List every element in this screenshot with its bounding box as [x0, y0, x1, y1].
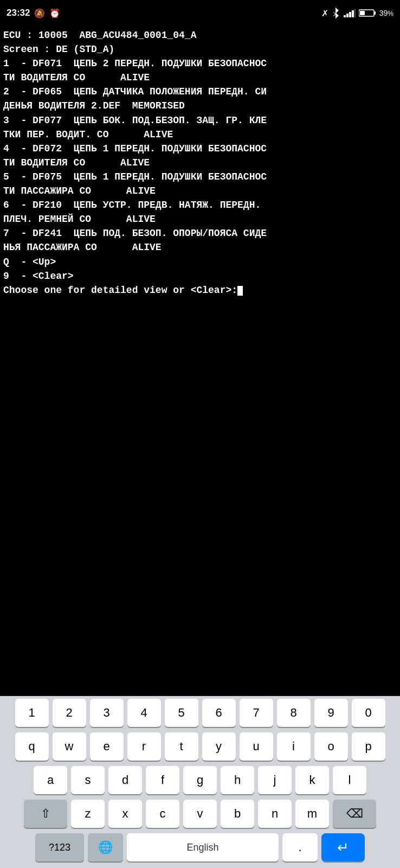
key-j[interactable]: j: [258, 766, 292, 794]
globe-key[interactable]: 🌐: [88, 833, 123, 861]
svg-rect-0: [344, 15, 346, 17]
key-p[interactable]: p: [352, 732, 385, 761]
key-v[interactable]: v: [183, 800, 217, 828]
key-h[interactable]: h: [221, 766, 254, 794]
status-bar: 23:32 🔕 ⏰ ✗ 39%: [0, 0, 400, 26]
backspace-key[interactable]: ⌫: [333, 800, 376, 828]
time-display: 23:32: [7, 8, 30, 18]
terminal-line-14: 7 - DF241 ЦЕПЬ ПОД. БЕЗОП. ОПОРЫ/ПОЯСА С…: [3, 226, 397, 240]
terminal-line-8: 4 - DF072 ЦЕПЬ 1 ПЕРЕДН. ПОДУШКИ БЕЗОПАС…: [3, 142, 397, 156]
battery-icon: [359, 9, 376, 17]
numbers-toggle-key[interactable]: ?123: [35, 833, 84, 861]
key-o[interactable]: o: [314, 732, 348, 761]
mute-icon: 🔕: [34, 8, 45, 18]
key-1[interactable]: 1: [15, 699, 49, 727]
keyboard-row-bottom: ?123 🌐 English . ↵: [0, 831, 400, 868]
svg-rect-4: [354, 9, 356, 17]
svg-rect-7: [360, 11, 365, 15]
keyboard-row-asdf: a s d f g h j k l: [0, 763, 400, 797]
key-g[interactable]: g: [183, 766, 217, 794]
key-8[interactable]: 8: [277, 699, 311, 727]
terminal-line-3: ТИ ВОДИТЕЛЯ СО ALIVE: [3, 71, 397, 85]
shift-key[interactable]: ⇧: [24, 800, 67, 828]
terminal-line-17: 9 - <Clear>: [3, 269, 397, 283]
bluetooth-icon: [332, 8, 339, 18]
key-d[interactable]: d: [108, 766, 142, 794]
key-f[interactable]: f: [146, 766, 179, 794]
key-i[interactable]: i: [277, 732, 311, 761]
key-m[interactable]: m: [295, 800, 329, 828]
key-x[interactable]: x: [108, 800, 142, 828]
terminal-line-7: ТКИ ПЕР. ВОДИТ. СО ALIVE: [3, 127, 397, 142]
key-y[interactable]: y: [202, 732, 236, 761]
svg-rect-3: [352, 10, 354, 17]
key-u[interactable]: u: [240, 732, 273, 761]
terminal-line-6: 3 - DF077 ЦЕПЬ БОК. ПОД.БЕЗОП. ЗАЩ. ГР. …: [3, 113, 397, 127]
key-5[interactable]: 5: [165, 699, 198, 727]
enter-key[interactable]: ↵: [321, 833, 365, 861]
key-l[interactable]: l: [333, 766, 366, 794]
svg-rect-6: [374, 11, 376, 15]
terminal-line-13: ПЛЕЧ. РЕМНЕЙ СО ALIVE: [3, 212, 397, 226]
key-7[interactable]: 7: [240, 699, 273, 727]
key-k[interactable]: k: [295, 766, 329, 794]
keyboard: 1 2 3 4 5 6 7 8 9 0 q w e r t y u i o p …: [0, 696, 400, 868]
battery-percent: 39%: [379, 9, 393, 17]
terminal-display[interactable]: ECU : 10005 ABG_ACU484_0001_04_A Screen …: [0, 26, 400, 449]
terminal-line-18: Choose one for detailed view or <Clear>:: [3, 283, 397, 297]
key-q[interactable]: q: [15, 732, 49, 761]
key-0[interactable]: 0: [352, 699, 385, 727]
terminal-line-5: ДЕНЬЯ ВОДИТЕЛЯ 2.DEF MEMORISED: [3, 99, 397, 113]
key-2[interactable]: 2: [53, 699, 86, 727]
terminal-line-11: ТИ ПАССАЖИРА СО ALIVE: [3, 184, 397, 198]
terminal-line-2: 1 - DF071 ЦЕПЬ 2 ПЕРЕДН. ПОДУШКИ БЕЗОПАС…: [3, 56, 397, 71]
terminal-line-1: Screen : DE (STD_A): [3, 42, 397, 56]
key-c[interactable]: c: [146, 800, 179, 828]
keyboard-row-zxcv: ⇧ z x c v b n m ⌫: [0, 797, 400, 831]
key-4[interactable]: 4: [127, 699, 161, 727]
key-e[interactable]: e: [90, 732, 124, 761]
terminal-line-9: ТИ ВОДИТЕЛЯ СО ALIVE: [3, 156, 397, 170]
keyboard-row-qwerty: q w e r t y u i o p: [0, 730, 400, 763]
key-n[interactable]: n: [258, 800, 292, 828]
key-3[interactable]: 3: [90, 699, 124, 727]
terminal-line-0: ECU : 10005 ABG_ACU484_0001_04_A: [3, 28, 397, 42]
key-r[interactable]: r: [127, 732, 161, 761]
terminal-line-16: Q - <Up>: [3, 255, 397, 269]
key-b[interactable]: b: [221, 800, 254, 828]
bluetooth-icon: ✗: [321, 8, 328, 18]
terminal-line-10: 5 - DF075 ЦЕПЬ 1 ПЕРЕДН. ПОДУШКИ БЕЗОПАС…: [3, 170, 397, 184]
key-a[interactable]: a: [34, 766, 67, 794]
period-key[interactable]: .: [282, 833, 318, 861]
terminal-line-15: НЬЯ ПАССАЖИРА СО ALIVE: [3, 240, 397, 254]
key-s[interactable]: s: [71, 766, 105, 794]
svg-rect-2: [349, 12, 351, 17]
key-9[interactable]: 9: [314, 699, 348, 727]
terminal-line-12: 6 - DF210 ЦЕПЬ УСТР. ПРЕДВ. НАТЯЖ. ПЕРЕД…: [3, 198, 397, 212]
terminal-line-4: 2 - DF065 ЦЕПЬ ДАТЧИКА ПОЛОЖЕНИЯ ПЕРЕДН.…: [3, 85, 397, 99]
key-t[interactable]: t: [165, 732, 198, 761]
space-key[interactable]: English: [127, 833, 279, 861]
key-w[interactable]: w: [53, 732, 86, 761]
keyboard-row-numbers: 1 2 3 4 5 6 7 8 9 0: [0, 696, 400, 730]
key-z[interactable]: z: [71, 800, 105, 828]
key-6[interactable]: 6: [202, 699, 236, 727]
signal-icon: [344, 9, 356, 17]
svg-rect-1: [346, 14, 349, 17]
alarm-icon: ⏰: [49, 8, 60, 18]
